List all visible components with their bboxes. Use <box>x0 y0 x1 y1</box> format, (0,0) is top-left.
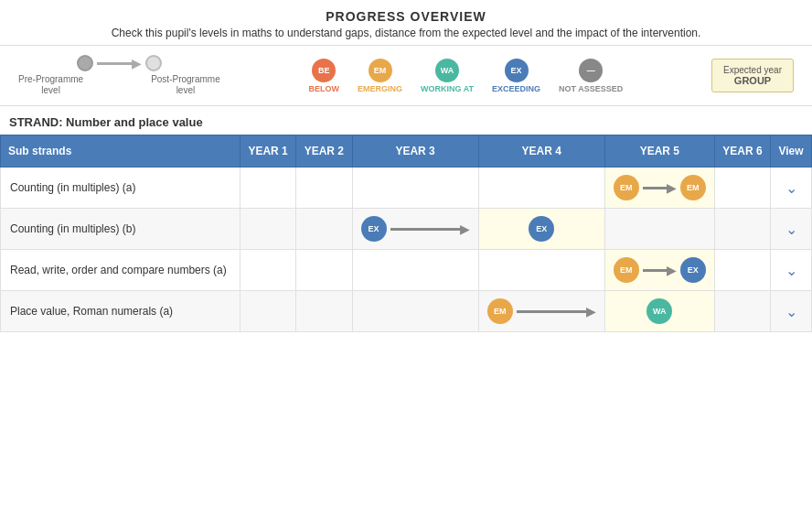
cell-y6-r2 <box>714 209 770 250</box>
cell-view-r3[interactable]: ⌄ <box>771 250 812 291</box>
cell-view-r2[interactable]: ⌄ <box>771 209 812 250</box>
badge-emerging-label: EMERGING <box>358 84 402 93</box>
legend-arrow-icon: ▶ <box>132 56 142 70</box>
legend-progress-indicator: ▶ Pre-Programmelevel Post-Programmelevel <box>18 55 220 96</box>
arrow-icon: ▶ <box>586 304 596 319</box>
badge-emerging: EM EMERGING <box>358 59 402 93</box>
table-row: Counting (in multiples) (a) EM ▶ EM ⌄ <box>1 168 812 209</box>
view-chevron-icon[interactable]: ⌄ <box>785 263 797 278</box>
cell-view-r1[interactable]: ⌄ <box>771 168 812 209</box>
legend: ▶ Pre-Programmelevel Post-Programmelevel… <box>0 45 812 106</box>
cell-y3-r2: EX ▶ <box>352 209 478 250</box>
badge-exceeding-icon: EX <box>505 59 529 82</box>
table-row: Read, write, order and compare numbers (… <box>1 250 812 291</box>
substrand-name: Read, write, order and compare numbers (… <box>1 250 240 291</box>
progress-indicator: EM ▶ EX <box>613 257 707 283</box>
legend-labels-row: Pre-Programmelevel Post-Programmelevel <box>18 74 220 96</box>
progress-arrow: ▶ <box>517 304 596 319</box>
cell-y4-r1 <box>478 168 604 209</box>
page-subtitle: Check this pupil's levels in maths to un… <box>0 27 812 39</box>
expected-year-value: GROUP <box>723 75 782 86</box>
progress-indicator: EM ▶ EM <box>613 175 707 200</box>
cell-y4-r4: EM ▶ <box>478 291 604 332</box>
pre-programme-dot <box>77 55 93 71</box>
col-view: View <box>771 135 812 168</box>
arrow-line <box>390 228 464 231</box>
progress-arrow: ▶ <box>643 180 677 195</box>
cell-y3-r1 <box>352 168 478 209</box>
cell-y2-r2 <box>296 209 352 250</box>
cell-y1-r2 <box>240 209 295 250</box>
cell-y5-r1: EM ▶ EM <box>604 168 714 209</box>
cell-y6-r4 <box>714 291 770 332</box>
col-year4: YEAR 4 <box>478 135 604 168</box>
badge-working-at-icon: WA <box>435 59 459 82</box>
pre-badge: EM <box>614 257 639 283</box>
badge-below-icon: BE <box>312 59 336 82</box>
view-chevron-icon[interactable]: ⌄ <box>785 222 797 237</box>
progress-arrow: ▶ <box>643 263 677 277</box>
page-title: PROGRESS OVERVIEW <box>0 9 812 24</box>
expected-year-box: Expected year GROUP <box>711 59 794 92</box>
cell-y1-r3 <box>240 250 295 291</box>
expected-year-label: Expected year <box>723 65 782 75</box>
cell-y6-r1 <box>714 168 770 209</box>
badge-not-assessed-label: NOT ASSESSED <box>559 84 623 93</box>
cell-y4-r3 <box>478 250 604 291</box>
col-year1: YEAR 1 <box>240 135 295 168</box>
col-year5: YEAR 5 <box>604 135 714 168</box>
progress-indicator: EX <box>486 216 597 242</box>
col-substrands: Sub strands <box>1 135 240 168</box>
view-chevron-icon[interactable]: ⌄ <box>785 180 797 196</box>
post-badge: WA <box>646 298 672 324</box>
arrow-line <box>517 310 590 313</box>
pre-badge: EM <box>487 298 513 324</box>
badge-emerging-icon: EM <box>369 59 392 82</box>
badge-not-assessed: — NOT ASSESSED <box>559 59 623 93</box>
pre-programme-group: ▶ Pre-Programmelevel Post-Programmelevel <box>18 55 220 96</box>
cell-y2-r3 <box>296 250 352 291</box>
badge-below: BE BELOW <box>309 59 340 93</box>
post-programme-dot <box>145 55 162 71</box>
cell-y2-r4 <box>296 291 352 332</box>
cell-y3-r3 <box>352 250 478 291</box>
cell-y1-r1 <box>240 168 295 209</box>
progress-table: Sub strands YEAR 1 YEAR 2 YEAR 3 YEAR 4 … <box>0 135 812 332</box>
legend-arrow: ▶ <box>97 56 142 70</box>
post-label: Post-Programmelevel <box>151 74 220 96</box>
post-badge: EX <box>529 216 554 242</box>
cell-y5-r2 <box>604 209 714 250</box>
legend-line <box>97 62 134 65</box>
post-badge: EM <box>680 175 706 200</box>
pre-label: Pre-Programmelevel <box>18 74 83 96</box>
badge-not-assessed-icon: — <box>579 59 603 82</box>
pre-badge: EM <box>614 175 639 200</box>
view-chevron-icon[interactable]: ⌄ <box>785 304 797 319</box>
post-badge: EX <box>680 257 706 283</box>
col-year6: YEAR 6 <box>714 135 770 168</box>
table-header-row: Sub strands YEAR 1 YEAR 2 YEAR 3 YEAR 4 … <box>1 135 812 168</box>
progress-arrow: ▶ <box>390 222 470 236</box>
table-row: Place value, Roman numerals (a) EM ▶ WA <box>1 291 812 332</box>
pre-badge: EX <box>361 216 387 242</box>
cell-view-r4[interactable]: ⌄ <box>771 291 812 332</box>
legend-badges: BE BELOW EM EMERGING WA WORKING AT EX EX… <box>248 59 684 93</box>
progress-indicator: EX ▶ <box>360 216 471 242</box>
arrow-icon: ▶ <box>667 180 677 195</box>
cell-y2-r1 <box>296 168 352 209</box>
substrand-name: Counting (in multiples) (a) <box>1 168 240 209</box>
cell-y3-r4 <box>352 291 478 332</box>
progress-indicator: EM ▶ <box>486 298 597 324</box>
arrow-icon: ▶ <box>667 263 677 277</box>
cell-y5-r3: EM ▶ EX <box>604 250 714 291</box>
strand-title: STRAND: Number and place value <box>0 106 812 135</box>
progress-indicator: WA <box>613 298 707 324</box>
cell-y5-r4: WA <box>604 291 714 332</box>
arrow-icon: ▶ <box>460 222 470 236</box>
cell-y1-r4 <box>240 291 295 332</box>
badge-exceeding: EX EXCEEDING <box>492 59 540 93</box>
table-row: Counting (in multiples) (b) EX ▶ EX <box>1 209 812 250</box>
badge-working-at-label: WORKING AT <box>421 84 474 93</box>
substrand-name: Place value, Roman numerals (a) <box>1 291 240 332</box>
header: PROGRESS OVERVIEW Check this pupil's lev… <box>0 0 812 45</box>
